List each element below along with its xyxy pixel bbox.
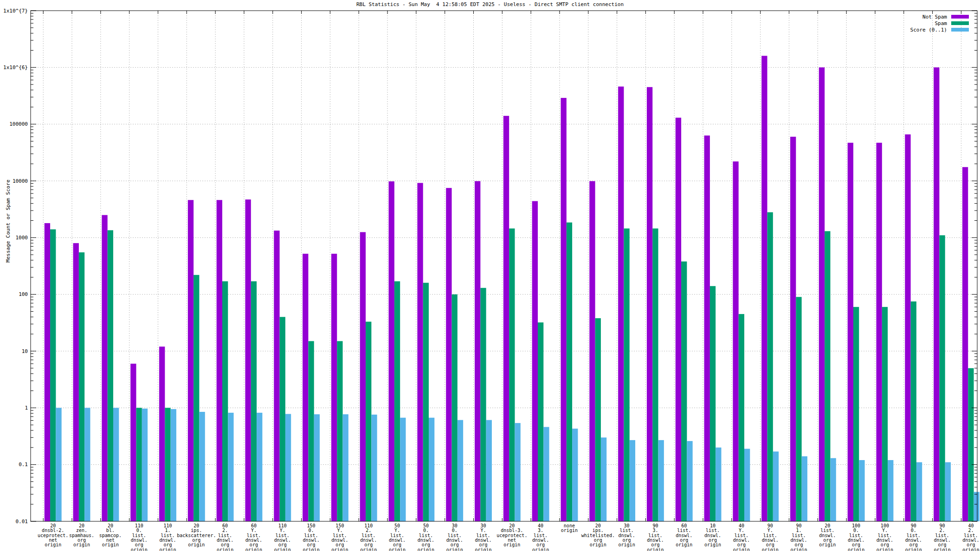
bar-spam [624, 229, 629, 521]
bar-spam [681, 262, 687, 521]
bar-score [830, 458, 836, 521]
bar-spam [308, 341, 314, 521]
bar-score [687, 441, 692, 521]
bar-spam [251, 281, 257, 521]
bar-score [343, 414, 348, 521]
bar-score [859, 460, 864, 521]
x-tick-label: origin [590, 542, 606, 547]
bar-spam [452, 295, 458, 521]
bar-spam [710, 286, 716, 521]
bar-not-spam [618, 87, 624, 521]
bar-not-spam [761, 56, 767, 521]
bar-not-spam [417, 183, 423, 521]
bar-not-spam [503, 116, 509, 521]
legend-label-score: Score (0..1) [910, 27, 947, 33]
x-tick-label: origin [848, 547, 864, 551]
x-tick-label: origin [877, 547, 893, 551]
bar-not-spam [73, 243, 79, 521]
x-tick-label: origin [532, 547, 549, 551]
bar-spam [882, 307, 888, 521]
legend-label-spam: Spam [935, 20, 948, 26]
bar-spam [739, 314, 744, 521]
bar-score [285, 414, 291, 521]
x-tick-label: origin [274, 547, 291, 551]
bar-not-spam [733, 161, 738, 521]
x-tick-label: origin [905, 547, 922, 551]
x-tick-label: origin [303, 547, 320, 551]
x-tick-label: origin [647, 547, 664, 551]
bar-spam [652, 229, 658, 521]
x-tick-label: origin [418, 547, 434, 551]
bar-spam [796, 297, 801, 521]
bar-not-spam [934, 67, 939, 521]
bar-score [113, 408, 119, 521]
bar-not-spam [102, 215, 107, 521]
legend-row-score: Score (0..1) [910, 26, 969, 33]
x-tick-label: origin [73, 542, 90, 547]
rbl-statistics-chart: RBL Statistics - Sun May 4 12:58:05 EDT … [0, 0, 980, 551]
plot-area: 1x10^{7}1x10^{6}1000001000010001001010.1… [0, 0, 980, 551]
x-tick-label: origin [159, 547, 176, 551]
bar-spam [968, 368, 974, 521]
x-tick-label: origin [331, 547, 348, 551]
x-tick-label: origin [819, 542, 836, 547]
x-tick-label: origin [676, 542, 692, 547]
x-tick-label: origin [503, 542, 520, 547]
x-tick-label: origin [790, 547, 807, 551]
bar-spam [50, 229, 56, 521]
bar-not-spam [704, 135, 710, 521]
legend-row-not-spam: Not Spam [910, 13, 969, 20]
bar-not-spam [819, 67, 825, 521]
y-tick-label: 10000 [13, 178, 28, 184]
bar-spam [394, 281, 400, 521]
bar-score [458, 420, 463, 521]
bar-score [974, 492, 980, 521]
bar-spam [911, 301, 916, 521]
x-tick-label: origin [619, 542, 635, 547]
bar-spam [193, 275, 199, 521]
bar-score [773, 451, 779, 521]
bar-not-spam [389, 181, 394, 521]
x-tick-label: origin [934, 547, 951, 551]
bar-score [630, 440, 635, 521]
legend-label-not-spam: Not Spam [922, 14, 947, 20]
bar-spam [567, 223, 572, 521]
x-tick-label: origin [188, 542, 205, 547]
bar-score [56, 408, 61, 521]
x-tick-label: origin [131, 547, 148, 551]
legend-swatch-not-spam-icon [951, 15, 969, 19]
bar-score [515, 423, 520, 521]
bar-spam [480, 288, 486, 521]
x-tick-label: origin [962, 547, 979, 551]
bar-not-spam [446, 188, 451, 521]
legend-swatch-spam-icon [951, 21, 969, 25]
bar-score [945, 462, 951, 521]
y-tick-label: 10 [22, 348, 28, 354]
bar-score [802, 456, 807, 521]
bar-not-spam [647, 87, 652, 521]
bar-spam [509, 229, 515, 521]
legend-row-spam: Spam [910, 20, 969, 26]
bar-spam [165, 408, 170, 521]
bar-score [84, 408, 90, 521]
bar-not-spam [130, 364, 136, 521]
y-tick-label: 100 [19, 291, 28, 297]
bar-not-spam [589, 181, 595, 521]
legend-swatch-score-icon [951, 28, 969, 32]
bar-not-spam [790, 137, 796, 521]
bar-spam [79, 252, 84, 521]
bar-spam [767, 212, 773, 521]
bar-spam [939, 235, 945, 521]
x-tick-label: origin [475, 547, 491, 551]
bar-score [572, 429, 578, 521]
y-tick-label: 0.01 [16, 519, 28, 525]
x-tick-label: origin [360, 547, 377, 551]
x-tick-label: origin [762, 547, 779, 551]
bar-spam [853, 307, 859, 521]
bar-spam [595, 318, 601, 521]
bar-not-spam [962, 167, 968, 521]
x-tick-label: origin [704, 542, 721, 547]
y-tick-label: 1 [25, 405, 28, 411]
y-tick-label: 1x10^{6} [3, 64, 28, 70]
bar-not-spam [676, 118, 681, 521]
